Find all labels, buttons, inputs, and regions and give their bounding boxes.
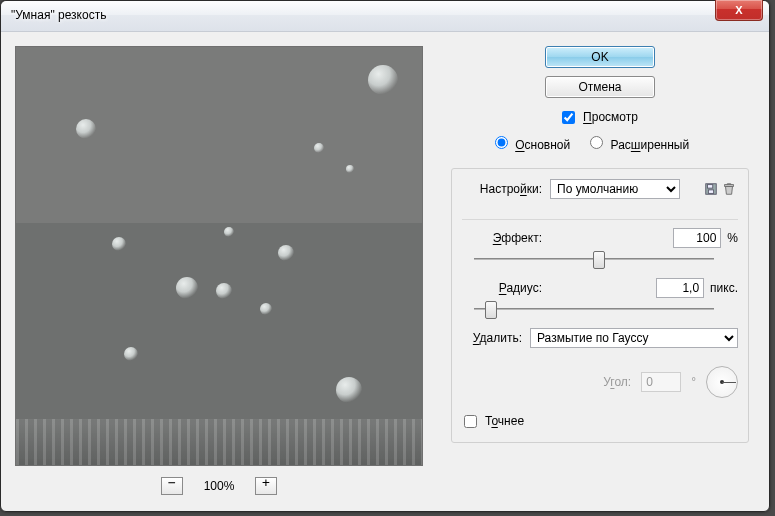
amount-unit: % (727, 231, 738, 245)
remove-label: Удалить: (462, 331, 530, 345)
angle-label: Угол: (603, 375, 631, 389)
divider (462, 219, 738, 220)
settings-groupbox: . Настройки: По умолчанию (451, 168, 749, 443)
amount-row: Эффект: % (462, 228, 738, 248)
amount-label: Эффект: (462, 231, 550, 245)
amount-slider[interactable] (474, 250, 714, 268)
more-accurate-checkbox[interactable] (464, 415, 477, 428)
cancel-button[interactable]: Отмена (545, 76, 655, 98)
amount-slider-thumb[interactable] (593, 251, 605, 269)
radius-label: Радиус: (462, 281, 550, 295)
preview-decoration (314, 143, 324, 153)
mode-radio-row: Основной Расширенный (495, 136, 705, 152)
angle-input (641, 372, 681, 392)
zoom-level: 100% (197, 479, 241, 493)
preview-decoration (16, 419, 422, 465)
preview-decoration (260, 303, 272, 315)
preview-decoration (278, 245, 294, 261)
preview-image[interactable] (15, 46, 423, 466)
controls-column: OK Отмена Просмотр Основной Расширенный … (445, 46, 755, 497)
mode-basic-radio[interactable] (495, 136, 508, 149)
more-accurate-row: Точнее (464, 414, 738, 428)
svg-rect-1 (708, 185, 713, 189)
angle-row: Угол: ° (462, 366, 738, 398)
preview-checkbox[interactable] (562, 111, 575, 124)
preview-content (16, 47, 422, 465)
mode-basic[interactable]: Основной (495, 136, 570, 152)
remove-row: Удалить: Размытие по Гауссу (462, 328, 738, 348)
preview-checkbox-label[interactable]: Просмотр (583, 110, 638, 124)
angle-dial (706, 366, 738, 398)
radius-slider[interactable] (474, 300, 714, 318)
dialog-smart-sharpen: "Умная" резкость X (0, 0, 770, 512)
delete-preset-icon[interactable] (720, 180, 738, 198)
preview-decoration (216, 283, 232, 299)
preview-decoration (368, 65, 398, 95)
preview-decoration (346, 165, 354, 173)
angle-degree-icon: ° (691, 375, 696, 389)
close-button[interactable]: X (715, 0, 763, 21)
dialog-body: 100% OK Отмена Просмотр Основной Расшире… (1, 32, 769, 511)
preview-checkbox-row: Просмотр (562, 110, 638, 124)
radius-unit: пикс. (710, 281, 738, 295)
preview-decoration (124, 347, 138, 361)
window-title: "Умная" резкость (11, 8, 106, 22)
save-preset-icon[interactable] (702, 180, 720, 198)
zoom-out-button[interactable] (161, 477, 183, 495)
titlebar[interactable]: "Умная" резкость X (1, 1, 769, 32)
preview-decoration (336, 377, 362, 403)
preview-decoration (176, 277, 198, 299)
preview-decoration (76, 119, 96, 139)
settings-row: Настройки: По умолчанию (462, 179, 738, 199)
svg-rect-3 (725, 185, 734, 187)
preview-column: 100% (15, 46, 423, 497)
radius-input[interactable] (656, 278, 704, 298)
radius-slider-thumb[interactable] (485, 301, 497, 319)
zoom-controls: 100% (15, 476, 423, 496)
preview-decoration (224, 227, 234, 237)
mode-advanced[interactable]: Расширенный (590, 136, 689, 152)
remove-select[interactable]: Размытие по Гауссу (530, 328, 738, 348)
ok-button[interactable]: OK (545, 46, 655, 68)
radius-row: Радиус: пикс. (462, 278, 738, 298)
settings-label: Настройки: (462, 182, 550, 196)
settings-select[interactable]: По умолчанию (550, 179, 680, 199)
preview-decoration (112, 237, 126, 251)
amount-input[interactable] (673, 228, 721, 248)
mode-advanced-radio[interactable] (590, 136, 603, 149)
more-accurate-label[interactable]: Точнее (485, 414, 524, 428)
radius-slider-track (474, 308, 714, 310)
zoom-in-button[interactable] (255, 477, 277, 495)
svg-rect-2 (708, 190, 713, 194)
